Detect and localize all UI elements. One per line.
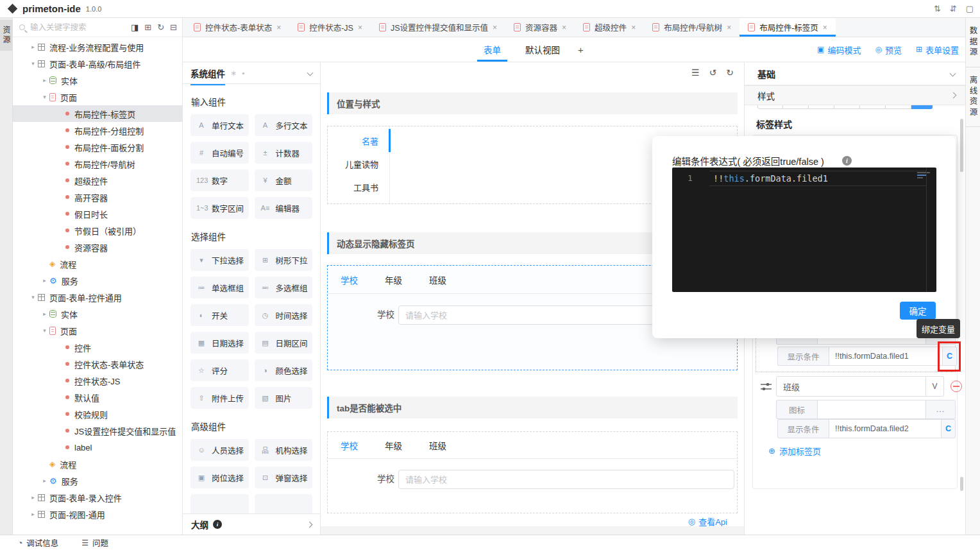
palette-item[interactable]: A≡ 编辑器: [255, 197, 313, 219]
close-icon[interactable]: ×: [562, 23, 566, 32]
tree-item[interactable]: 流程-业务流程配置与使用: [13, 39, 182, 55]
sidebar-toolbar-icon[interactable]: ⊟: [170, 22, 177, 32]
tree-item[interactable]: 服务: [13, 272, 182, 289]
add-view-button[interactable]: +: [578, 44, 584, 55]
close-icon[interactable]: ×: [727, 23, 731, 32]
tree-caret-icon[interactable]: [40, 77, 49, 83]
palette-item[interactable]: ▦ 日期选择: [190, 332, 249, 354]
titlebar-icon[interactable]: ⇅: [934, 4, 941, 13]
header-action-button[interactable]: ⊞ 表单设置: [916, 44, 959, 56]
palette-item[interactable]: ▣ 岗位选择: [190, 467, 249, 488]
tree-item[interactable]: 高开容器: [13, 189, 182, 205]
titlebar-icon[interactable]: ▢: [966, 4, 974, 13]
header-action-button[interactable]: ▣ 编码模式: [817, 44, 861, 56]
status-bar-item[interactable]: ◔ 调试信息: [18, 537, 58, 549]
dropdown-button[interactable]: V: [926, 376, 944, 397]
tree-item[interactable]: 流程: [13, 255, 182, 272]
condition-input[interactable]: !!this.formData.filed2: [829, 419, 942, 438]
tree-item[interactable]: 流程: [13, 456, 182, 472]
close-icon[interactable]: ×: [631, 23, 636, 32]
tree-item[interactable]: 布局控件/导航树: [13, 155, 182, 172]
tree-item[interactable]: 超级控件: [13, 172, 182, 189]
section-header[interactable]: tab是否能被选中: [327, 397, 738, 418]
tree-caret-icon[interactable]: [28, 60, 38, 67]
close-icon[interactable]: ×: [276, 23, 281, 32]
tree-item[interactable]: 页面-表单-高级/布局组件: [13, 55, 182, 72]
tree-caret-icon[interactable]: [40, 94, 49, 100]
tree-item[interactable]: 服务: [13, 472, 182, 489]
tree-item[interactable]: 实体: [13, 72, 182, 89]
chevron-down-icon[interactable]: [307, 70, 314, 76]
palette-item[interactable]: ≕ 多选框组: [255, 277, 313, 298]
palette-item[interactable]: ◐ 开关: [190, 304, 249, 326]
tree-caret-icon[interactable]: [28, 494, 38, 501]
palette-item[interactable]: ¥ 金额: [255, 169, 313, 191]
palette-item[interactable]: 品 机构选择: [255, 439, 313, 461]
palette-item[interactable]: ▾ 下拉选择: [190, 249, 249, 271]
palette-item-clipped[interactable]: [255, 494, 313, 513]
tree-item[interactable]: 默认值: [13, 389, 182, 406]
resources-strip-tab[interactable]: 资源: [0, 20, 12, 51]
scrollbar-thumb[interactable]: [960, 119, 963, 172]
tab-name-input[interactable]: 班级: [776, 376, 926, 397]
tree-caret-icon[interactable]: [40, 277, 49, 284]
tree-item[interactable]: 控件: [13, 339, 182, 356]
close-icon[interactable]: ×: [358, 23, 362, 32]
canvas-toolbar-icon[interactable]: ↺: [709, 67, 717, 78]
tree-caret-icon[interactable]: [28, 44, 38, 50]
tree-item[interactable]: 页面-表单-录入控件: [13, 489, 182, 506]
header-action-button[interactable]: ◎ 预览: [875, 44, 902, 56]
remove-tab-button[interactable]: [950, 381, 962, 392]
right-strip-tab[interactable]: 离线资源: [966, 67, 980, 127]
palette-item[interactable]: ± 计数器: [255, 142, 313, 164]
palette-item[interactable]: A 多行文本: [255, 114, 313, 136]
palette-item[interactable]: ▧ 图片: [255, 387, 313, 409]
tree-item[interactable]: 布局控件-面板分割: [13, 139, 182, 155]
palette-item[interactable]: 1~3 数字区间: [190, 197, 249, 219]
palette-item[interactable]: ⇧ 附件上传: [190, 387, 249, 409]
tree-item[interactable]: 校验规则: [13, 406, 182, 422]
editor-tab[interactable]: 布局控件-标签页 ×: [739, 18, 836, 37]
form-tab[interactable]: 班级: [429, 273, 446, 286]
editor-tab[interactable]: 控件状态-表单状态 ×: [185, 18, 289, 37]
titlebar-icon[interactable]: ⇵: [950, 4, 957, 13]
editor-tab[interactable]: JS设置控件提交值和显示值 ×: [371, 18, 505, 37]
vertical-tab[interactable]: 儿童读物: [328, 152, 391, 175]
palette-item[interactable]: ☆ 评分: [190, 359, 249, 381]
tabs-widget[interactable]: 学校年级班级 学校: [327, 431, 738, 513]
editor-tab[interactable]: 布局控件/导航树 ×: [644, 18, 739, 37]
view-tab[interactable]: 默认视图: [523, 37, 562, 62]
close-icon[interactable]: ×: [493, 23, 497, 32]
tree-item[interactable]: 假日时长: [13, 205, 182, 222]
tree-item[interactable]: 页面: [13, 322, 182, 339]
collapsed-section[interactable]: 样式: [745, 85, 966, 105]
chevron-right-icon[interactable]: [307, 521, 313, 528]
canvas-toolbar-icon[interactable]: ↻: [726, 67, 734, 78]
tree-caret-icon[interactable]: [40, 327, 49, 334]
palette-item[interactable]: ◷ 时间选择: [255, 304, 313, 326]
palette-item[interactable]: ☺ 人员选择: [190, 439, 249, 461]
view-tab[interactable]: 表单: [481, 37, 503, 62]
tree-item[interactable]: 节假日（被引用）: [13, 222, 182, 239]
form-tab[interactable]: 学校: [341, 273, 358, 286]
right-strip-tab[interactable]: 数据源: [966, 18, 980, 67]
palette-item[interactable]: A 单行文本: [190, 114, 249, 136]
palette-item[interactable]: ▤ 日期区间: [255, 332, 313, 354]
vertical-tab[interactable]: 名著: [328, 129, 391, 152]
palette-item[interactable]: ≔ 单选框组: [190, 277, 249, 298]
palette-item[interactable]: ⊡ 弹窗选择: [255, 467, 313, 488]
sidebar-toolbar-icon[interactable]: ⊞: [144, 22, 151, 32]
palette-item[interactable]: # 自动编号: [190, 142, 249, 164]
tree-item[interactable]: JS设置控件提交值和显示值: [13, 422, 182, 439]
canvas-toolbar-icon[interactable]: ☰: [691, 67, 700, 78]
tree-item[interactable]: 实体: [13, 305, 182, 322]
school-input[interactable]: [398, 470, 734, 489]
close-icon[interactable]: ×: [823, 23, 827, 32]
tree-caret-icon[interactable]: [28, 294, 38, 300]
palette-tab-system[interactable]: 系统组件: [190, 67, 225, 80]
tree-caret-icon[interactable]: [40, 477, 49, 484]
editor-tab[interactable]: 控件状态-JS ×: [289, 18, 371, 37]
palette-item-clipped[interactable]: [190, 494, 249, 513]
properties-header[interactable]: 基础: [745, 62, 965, 85]
code-editor[interactable]: 1 !!this.formData.filed1: [672, 168, 936, 292]
